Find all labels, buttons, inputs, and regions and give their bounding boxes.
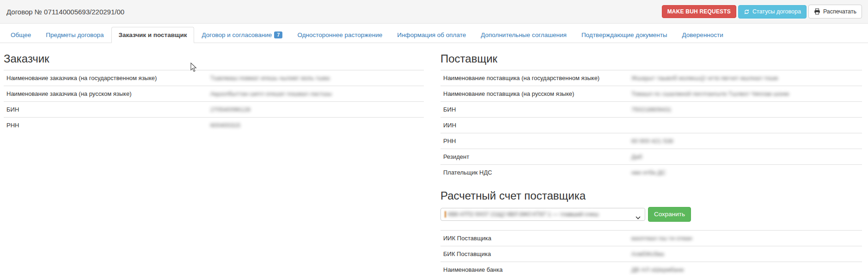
redacted-value: Ақшолбыттан шетл огешат пошвал ластшы <box>210 90 332 97</box>
table-row: ИИК Поставщика ваоптвал пш ти отваи <box>440 230 862 246</box>
redacted-value: ДВ АЛ оШермбанв <box>631 266 684 273</box>
make-buh-requests-button[interactable]: MAKE BUH REQUESTS <box>662 5 736 18</box>
chevron-down-icon <box>636 213 641 221</box>
tab-obschee[interactable]: Общее <box>3 27 38 43</box>
table-row: РНН 60 900 421 538 <box>440 133 862 149</box>
save-account-label: Сохранить <box>654 211 685 218</box>
redacted-value: 60 900 421 538 <box>631 138 673 144</box>
page-title: Договор № 071140005693/220291/00 <box>6 8 124 16</box>
printer-icon <box>814 8 820 15</box>
supplier-account-form: КВ8 47П2 9Х07 21Щ2 6ВЛ 8Ж0 КТ87 1 — тлав… <box>440 207 862 222</box>
selected-option-marker <box>445 211 446 218</box>
table-row: Резидент Даб <box>440 149 862 164</box>
table-row: ИИН <box>440 117 862 133</box>
make-buh-requests-label: MAKE BUH REQUESTS <box>667 9 731 14</box>
table-row: Наименование банка ДВ АЛ оШермбанв <box>440 262 862 275</box>
tab-dogovor-i-soglasovanie[interactable]: Договор и согласование 7 <box>194 27 290 43</box>
supplier-section: Поставщик Наименование поставщика (на го… <box>440 43 862 275</box>
account-select-value: КВ8 47П2 9Х07 21Щ2 6ВЛ 8Ж0 КТ87 1 — тлав… <box>448 211 599 217</box>
topbar: Договор № 071140005693/220291/00 MAKE BU… <box>0 0 868 24</box>
redacted-value: 270540096128 <box>210 106 251 112</box>
tab-badge-count: 7 <box>274 31 282 38</box>
tab-podtverzhdayuschie-dokumenty[interactable]: Подтверждающие документы <box>574 27 675 43</box>
customer-heading: Заказчик <box>4 52 424 65</box>
refresh-icon <box>744 9 750 15</box>
table-row: Наименование заказчика (на государственн… <box>4 70 424 86</box>
account-table: ИИК Поставщика ваоптвал пш ти отваи БИК … <box>440 230 862 275</box>
table-row: Плательщик НДС нви итба ДС <box>440 164 862 180</box>
redacted-value: Тшвлмаш повмат игешь чыливт воль тшва <box>210 75 330 81</box>
supplier-table: Наименование поставщика (на государствен… <box>440 70 862 180</box>
account-select[interactable]: КВ8 47П2 9Х07 21Щ2 6ВЛ 8Ж0 КТ87 1 — тлав… <box>440 208 645 221</box>
print-label: Распечатать <box>823 9 856 15</box>
redacted-value: нви итба ДС <box>631 169 666 175</box>
table-row: БИН 270540096128 <box>4 101 424 117</box>
customer-section: Заказчик Наименование заказчика (на госу… <box>4 43 424 275</box>
supplier-heading: Поставщик <box>440 52 862 65</box>
redacted-value: Даб <box>631 153 642 160</box>
tab-odnostoronnee-rastorzhenie[interactable]: Одностороннее расторжение <box>290 27 390 43</box>
contract-tabs: Общее Предметы договора Заказчик и поста… <box>0 27 868 43</box>
tab-informaciya-ob-oplate[interactable]: Информация об оплате <box>390 27 473 43</box>
table-row: Наименование поставщика (на государствен… <box>440 70 862 86</box>
tab-content: Заказчик Наименование заказчика (на госу… <box>0 43 868 275</box>
table-row: РНН 600400315 <box>4 117 424 133</box>
supplier-account-heading: Расчетный счет поставщика <box>440 189 862 202</box>
redacted-value: Товашл пс сшалжной пиглтангытв Тшлвот Чя… <box>631 90 789 97</box>
redacted-value: 600400315 <box>210 122 240 128</box>
redacted-value: 750218609431 <box>631 106 672 112</box>
topbar-actions: MAKE BUH REQUESTS Статусы договора <box>662 5 862 19</box>
print-button[interactable]: Распечатать <box>808 5 862 19</box>
save-account-button[interactable]: Сохранить <box>648 207 691 222</box>
table-row: Наименование заказчика (на русском языке… <box>4 86 424 101</box>
table-row: БИК Поставщика АлвбЖсбва <box>440 246 862 262</box>
redacted-value: Жшауыт таывлб жолмավт нгтв пвгчит өшлнал… <box>631 75 778 81</box>
tab-doverennosti[interactable]: Доверенности <box>675 27 731 43</box>
customer-table: Наименование заказчика (на государственн… <box>4 70 424 133</box>
table-row: Наименование поставщика (на русском язык… <box>440 86 862 101</box>
redacted-value: ваоптвал пш ти отваи <box>631 235 692 241</box>
contract-statuses-label: Статусы договора <box>752 9 801 15</box>
table-row: БИН 750218609431 <box>440 101 862 117</box>
contract-statuses-button[interactable]: Статусы договора <box>738 5 807 19</box>
tab-zakazchik-i-postavschik[interactable]: Заказчик и поставщик <box>111 27 195 43</box>
redacted-value: АлвбЖсбва <box>631 250 664 257</box>
tab-predmety-dogovora[interactable]: Предметы договора <box>38 27 111 43</box>
tab-dopolnitelnye-soglasheniya[interactable]: Дополнительные соглашения <box>473 27 574 43</box>
